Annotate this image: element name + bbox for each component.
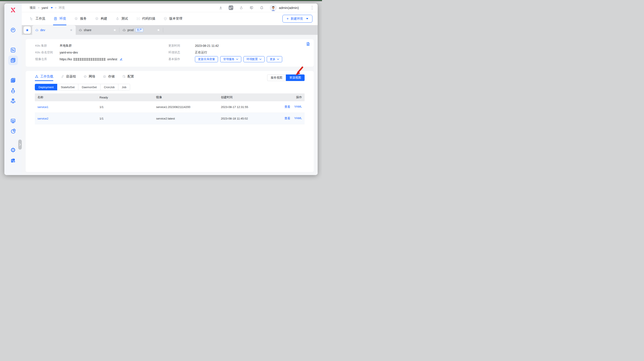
sidebar-item-enterprise[interactable] [8,155,18,165]
environment-code-icon [54,17,58,21]
tab-pods[interactable]: 容器组 [61,75,76,81]
share-nodes-icon[interactable] [239,6,244,10]
sidebar-item-dashboard[interactable] [8,25,18,35]
tab-label: 容器组 [66,75,76,79]
breadcrumb-current-page: 环境 [59,6,65,10]
tab-label: 网络 [89,75,95,79]
user-avatar[interactable] [270,4,277,11]
chevron-down-icon [236,59,238,60]
tab-label: 版本管理 [169,17,182,21]
env-tab-share[interactable]: share ★ [76,25,119,35]
workload-name-link[interactable]: service2 [38,117,48,120]
field-image-registry: 镜像仓库 https://koom/test [35,56,168,63]
manage-services-button[interactable]: 管理服务 [220,56,241,62]
sidebar-item-settings[interactable]: Z [8,145,18,155]
tab-label: 工作流 [36,17,45,21]
kind-tab-cronjob[interactable]: CronJob [100,84,118,90]
field-k8s-namespace: K8s 命名空间 yaml-env-dev [35,49,168,56]
username-label[interactable]: admin(admin) [279,6,299,10]
update-global-vars-button[interactable]: 更新全局变量 [195,56,218,62]
button-label: 更新全局变量 [198,57,215,61]
tab-builds[interactable]: 构建 [94,12,108,25]
language-translate-icon[interactable]: A文 [229,6,233,10]
kind-tab-job[interactable]: Job [118,84,130,90]
service-hexagon-icon [74,17,78,21]
field-value: 2023-08-21 11:42 [195,44,219,48]
workload-name-link[interactable]: service1 [38,105,48,109]
chevron-right-icon [19,143,21,146]
avatar-illustration [270,4,277,11]
env-tab-prod[interactable]: prod 生产 ★ [120,25,163,35]
edit-pencil-icon[interactable] [120,58,123,61]
more-actions-button[interactable]: 更多 [267,56,282,62]
tab-workflows[interactable]: 工作流 [29,12,46,25]
tab-tests[interactable]: 测试 [115,12,128,25]
new-environment-button[interactable]: + 新建环境 [282,15,312,23]
sidebar-item-testing[interactable] [8,86,18,95]
created-cell: 2023-08-17 12:31:55 [218,105,278,109]
tab-network[interactable]: 网络 [83,75,95,81]
gauge-icon [10,27,16,33]
app-logo[interactable] [8,5,18,15]
pods-hexagons-icon [61,75,64,78]
env-tab-dev[interactable]: dev ★ [32,25,76,35]
yaml-link[interactable]: YAML [294,117,302,120]
gear-z-icon: Z [10,147,16,153]
field-k8s-cluster: K8s 集群 本地集群 [35,43,168,49]
chevron-down-icon [259,59,262,60]
field-label: K8s 命名空间 [35,51,60,55]
field-label: 更新时间 [168,44,195,48]
tab-services[interactable]: 服务 [74,12,87,25]
docs-book-icon[interactable] [249,6,254,10]
workload-kind-tabs: Deployment StatefulSet DaemonSet CronJob… [35,84,304,90]
test-flask-icon [116,17,120,21]
service-view-button[interactable]: 服务视图 [267,75,286,81]
pulse-monitor-icon [10,47,16,53]
notification-bell-icon[interactable] [260,6,264,10]
sidebar-item-insight[interactable] [8,116,18,126]
tab-storage[interactable]: 存储 [103,75,115,81]
favorite-star-icon[interactable]: ★ [157,28,160,32]
breadcrumb-projects[interactable]: 项目 [30,6,36,10]
breadcrumb-separator: > [55,6,56,9]
sidebar-item-artifacts[interactable] [8,96,18,106]
field-value: 本地集群 [60,44,72,48]
view-link[interactable]: 查看 [284,105,290,109]
tab-workloads[interactable]: 工作负载 [35,75,53,81]
workloads-table: 名称 Ready 镜像 创建时间 操作 service1 1/1 service… [35,93,304,124]
tab-environments[interactable]: 环境 [53,12,66,25]
tab-code-scan[interactable]: 代码扫描 [136,12,156,25]
sidebar: PM [4,4,22,175]
env-tab-label: dev [40,28,45,32]
ready-cell: 1/1 [97,117,154,120]
apps-window-icon [10,78,16,83]
building-check-icon [10,157,16,163]
project-dropdown-caret-icon[interactable] [51,7,53,9]
sidebar-item-projects-active[interactable]: PM [8,56,18,65]
more-menu-kebab-icon[interactable] [311,5,314,11]
field-label: 基本操作 [168,57,195,61]
favorite-star-icon[interactable]: ★ [70,28,73,32]
yaml-link[interactable]: YAML [294,105,302,109]
app-window: PM [4,4,318,175]
user-menu[interactable]: admin(admin) [270,4,299,11]
tab-releases[interactable]: 版本管理 [163,12,183,25]
favorite-star-icon[interactable]: ★ [113,28,116,32]
sidebar-collapse-handle[interactable] [18,140,22,150]
main-area: 项目 > yaml > 环境 A文 [22,4,318,175]
download-icon[interactable] [219,6,223,10]
kind-tab-daemonset[interactable]: DaemonSet [78,84,100,90]
view-link[interactable]: 查看 [284,117,290,120]
kind-tab-statefulset[interactable]: StatefulSet [57,84,78,90]
sidebar-item-statistics[interactable] [8,126,18,136]
environment-tab-band: ★ dev ★ share ★ [22,25,318,35]
env-config-button[interactable]: 环境配置 [244,56,264,62]
kind-tab-deployment[interactable]: Deployment [35,84,57,90]
breadcrumb-project-name[interactable]: yaml [42,6,48,10]
env-yaml-doc-icon[interactable] [306,42,310,47]
sidebar-item-monitoring[interactable] [8,45,18,55]
favorites-filter-button[interactable]: ★ [24,26,31,34]
sidebar-item-delivery[interactable] [8,76,18,85]
col-ready: Ready [97,96,154,99]
tab-config[interactable]: 配置 [122,75,134,81]
